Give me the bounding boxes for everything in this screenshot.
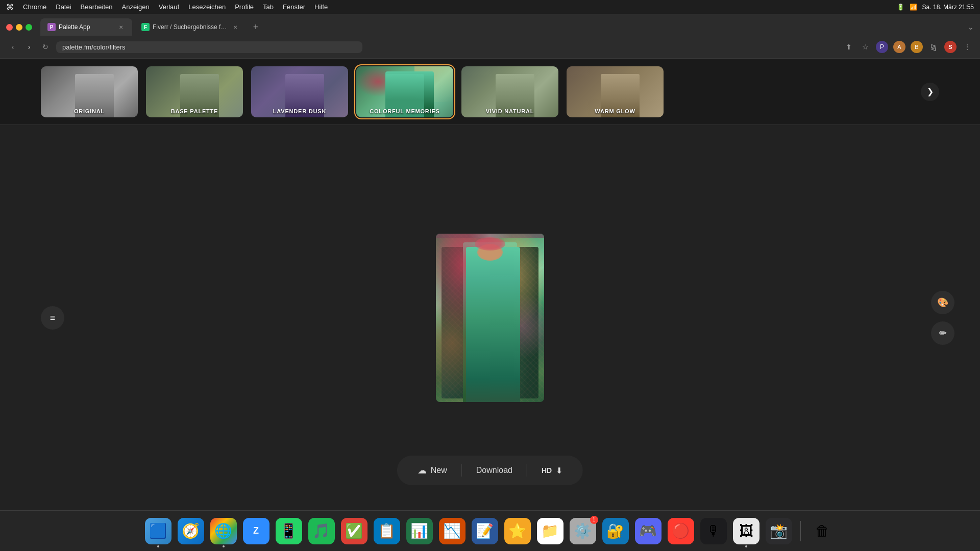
- dock-radar[interactable]: 🔴: [668, 518, 694, 544]
- reeder-icon: ⭐: [508, 522, 526, 539]
- dock-safari[interactable]: 🧭: [178, 518, 204, 544]
- filter-base[interactable]: BASE PALETTE: [146, 66, 243, 117]
- download-button[interactable]: Download: [464, 461, 525, 480]
- battery-icon: 🔋: [897, 4, 904, 11]
- forward-button[interactable]: ›: [23, 41, 35, 53]
- filter-base-label: BASE PALETTE: [146, 108, 243, 114]
- dock-settings[interactable]: ⚙️ 1: [570, 518, 596, 544]
- dock-word[interactable]: 📝: [472, 518, 498, 544]
- close-button[interactable]: [6, 24, 13, 31]
- download-icon: ⬇: [556, 466, 562, 475]
- filter-lavender-label: LAVENDER DUSK: [251, 108, 348, 114]
- menu-tab[interactable]: Tab: [263, 3, 274, 11]
- settings-badge: 1: [590, 516, 598, 524]
- tab-fiverr[interactable]: F Fiverr / Suchergebnisse für „b… ✕: [134, 18, 247, 36]
- menubar: ⌘ Chrome Datei Bearbeiten Anzeigen Verla…: [0, 0, 980, 14]
- filter-strip: ORIGINAL BASE PALETTE LAVENDER DUSK COLO…: [0, 59, 980, 125]
- extension-icon-3[interactable]: B: [911, 41, 923, 53]
- apple-menu[interactable]: ⌘: [6, 3, 14, 12]
- dock-reeder[interactable]: ⭐: [504, 518, 531, 544]
- menu-icon-button[interactable]: ≡: [41, 306, 64, 330]
- dock-chrome[interactable]: 🌐: [210, 518, 237, 544]
- tab-bar: P Palette App ✕ F Fiverr / Suchergebniss…: [0, 14, 980, 36]
- spotify-icon: 🎵: [312, 522, 330, 539]
- dock-spotify[interactable]: 🎵: [308, 518, 335, 544]
- dock-audio[interactable]: 🎙: [700, 518, 727, 544]
- back-button[interactable]: ‹: [7, 41, 18, 53]
- url-bar[interactable]: palette.fm/color/filters: [56, 41, 362, 53]
- menu-lesezeichen[interactable]: Lesezeichen: [188, 3, 226, 11]
- dock-1password[interactable]: 🔐: [602, 518, 629, 544]
- filter-warm[interactable]: WARM GLOW: [567, 66, 664, 117]
- reload-button[interactable]: ↻: [40, 41, 51, 53]
- menu-fenster[interactable]: Fenster: [283, 3, 305, 11]
- palette-favicon: P: [47, 23, 56, 31]
- wifi-icon: 📶: [910, 4, 917, 11]
- finder-dot: [157, 545, 159, 547]
- word-icon: 📝: [476, 522, 494, 539]
- dock-zoom[interactable]: Z: [243, 518, 270, 544]
- tab-palette-label: Palette App: [59, 23, 114, 31]
- extensions-button[interactable]: ⧎: [928, 41, 939, 53]
- tab-palette[interactable]: P Palette App ✕: [40, 18, 132, 36]
- tab-fiverr-label: Fiverr / Suchergebnisse für „b…: [153, 23, 228, 31]
- trash-icon: 🗑: [815, 522, 829, 539]
- dock-powerpoint[interactable]: 📉: [439, 518, 465, 544]
- palette-button[interactable]: 🎨: [931, 291, 954, 314]
- edit-button[interactable]: ✏: [931, 321, 954, 345]
- zoom-icon: Z: [253, 525, 259, 536]
- new-tab-button[interactable]: +: [249, 20, 263, 34]
- clock: Sa. 18. März 21:55: [922, 4, 974, 11]
- menu-anzeigen[interactable]: Anzeigen: [122, 3, 150, 11]
- menu-datei[interactable]: Datei: [56, 3, 71, 11]
- filter-colorful-label: COLORFUL MEMORIES: [356, 108, 453, 114]
- palette-icon: 🎨: [937, 297, 948, 308]
- menu-verlauf[interactable]: Verlauf: [159, 3, 179, 11]
- extension-icon-2[interactable]: A: [893, 41, 905, 53]
- whatsapp-icon: 📱: [280, 522, 298, 539]
- browser-actions: ⬆ ☆ P A B ⧎ S ⋮: [843, 41, 973, 53]
- menu-profile[interactable]: Profile: [235, 3, 254, 11]
- dock-screenshots[interactable]: 📸: [766, 518, 792, 544]
- filter-lavender[interactable]: LAVENDER DUSK: [251, 66, 348, 117]
- tab-fiverr-close[interactable]: ✕: [231, 23, 239, 31]
- finder-icon: 🟦: [149, 522, 167, 539]
- toolbar-divider-1: [461, 464, 462, 477]
- menu-bearbeiten[interactable]: Bearbeiten: [81, 3, 113, 11]
- bookmark-icon[interactable]: ☆: [860, 41, 871, 53]
- hamburger-icon: ≡: [50, 313, 56, 323]
- dock-discord[interactable]: 🎮: [635, 518, 662, 544]
- audio-icon: 🎙: [706, 522, 721, 539]
- discord-icon: 🎮: [639, 522, 657, 539]
- maximize-button[interactable]: [26, 24, 32, 31]
- filter-vivid[interactable]: VIVID NATURAL: [461, 66, 558, 117]
- new-button[interactable]: ☁ New: [405, 460, 459, 481]
- extension-icon-1[interactable]: P: [876, 41, 888, 53]
- profile-view[interactable]: S: [944, 41, 957, 53]
- filter-original[interactable]: ORIGINAL: [41, 66, 138, 117]
- dock-separator: [800, 521, 801, 541]
- dock-googledrive[interactable]: 📁: [537, 518, 564, 544]
- dock-whatsapp[interactable]: 📱: [276, 518, 302, 544]
- tab-palette-close[interactable]: ✕: [117, 23, 125, 31]
- browser-chrome: P Palette App ✕ F Fiverr / Suchergebniss…: [0, 14, 980, 59]
- dock-excel[interactable]: 📊: [406, 518, 433, 544]
- tab-list-button[interactable]: ⌄: [968, 23, 974, 31]
- todoist-icon: ✅: [345, 522, 363, 539]
- filter-next-button[interactable]: ❯: [921, 83, 939, 101]
- canvas-area: ≡ 🎨: [0, 125, 980, 511]
- menu-button[interactable]: ⋮: [962, 41, 973, 53]
- share-icon[interactable]: ⬆: [843, 41, 854, 53]
- filter-colorful[interactable]: COLORFUL MEMORIES: [356, 66, 453, 117]
- dock-todoist[interactable]: ✅: [341, 518, 368, 544]
- hd-button[interactable]: HD ⬇: [529, 461, 575, 481]
- menu-hilfe[interactable]: Hilfe: [314, 3, 328, 11]
- chrome-icon: 🌐: [214, 522, 232, 539]
- dock-finder[interactable]: 🟦: [145, 518, 172, 544]
- dock-trello[interactable]: 📋: [374, 518, 400, 544]
- dock-preview[interactable]: 🖼: [733, 518, 760, 544]
- menubar-status: 🔋 📶 Sa. 18. März 21:55: [897, 4, 974, 11]
- dock-trash[interactable]: 🗑: [809, 518, 836, 544]
- minimize-button[interactable]: [16, 24, 22, 31]
- menu-chrome[interactable]: Chrome: [23, 3, 46, 11]
